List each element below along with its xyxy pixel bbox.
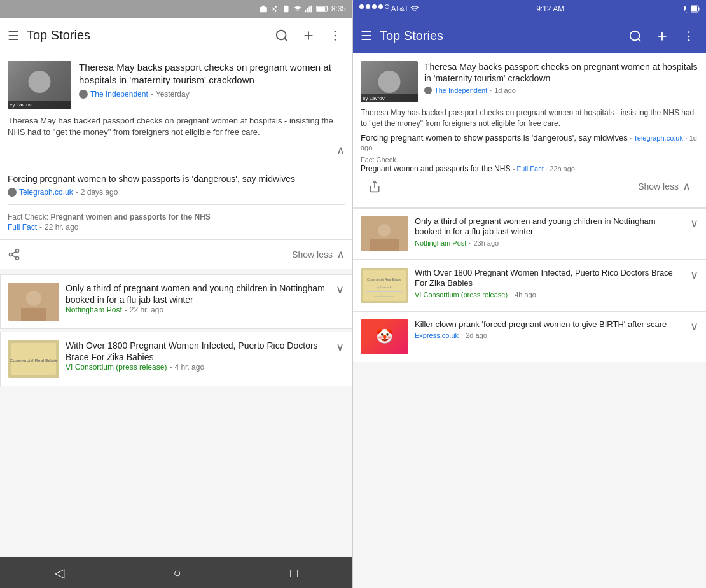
show-less-right-area[interactable]: Show less ∧ — [638, 179, 691, 193]
search-icon[interactable] — [272, 25, 291, 46]
chevron-down-icon-2: ∨ — [336, 340, 344, 354]
svg-point-22 — [26, 291, 41, 306]
source-time-value-rel1: 2 days ago — [81, 188, 118, 197]
article-snippet-left: Theresa May has backed passport checks o… — [8, 115, 345, 138]
status-bar-left: 8:35 — [0, 0, 352, 18]
svg-text:by Thomas P.: by Thomas P. — [377, 286, 392, 289]
fact-source-name: Full Fact — [8, 223, 37, 232]
more-options-icon[interactable] — [326, 25, 345, 46]
svg-point-9 — [277, 31, 286, 40]
news-expand-3-right[interactable]: ∨ — [690, 319, 698, 333]
news-expand-1-right[interactable]: ∨ — [690, 216, 698, 230]
source-icon-left — [79, 90, 88, 99]
news-item-2-left: Commercial Real Estate With Over 1800 Pr… — [1, 332, 352, 386]
svg-rect-0 — [260, 7, 267, 12]
show-less-bar-right: Show less ∧ — [361, 173, 698, 200]
news-card-2-left[interactable]: Commercial Real Estate With Over 1800 Pr… — [0, 332, 352, 386]
svg-point-35 — [688, 35, 690, 37]
related-article-2-left[interactable]: Fact Check: Pregnant women and passports… — [0, 205, 352, 239]
main-article-body-right: ey Lavrov Theresa May backs passport che… — [353, 53, 706, 207]
status-bar-right: AT&T 9:12 AM — [353, 0, 706, 18]
add-icon-right[interactable] — [653, 25, 672, 46]
add-icon[interactable] — [299, 25, 318, 46]
related-source-1-left: Telegraph.co.uk - 2 days ago — [8, 188, 345, 197]
svg-text:Commercial Real Estate: Commercial Real Estate — [367, 277, 401, 281]
news-expand-1[interactable]: ∨ — [336, 283, 344, 297]
content-right: ey Lavrov Theresa May backs passport che… — [353, 53, 706, 588]
article-expand-left[interactable]: ∧ — [8, 143, 345, 157]
news-thumb-2-right: Commercial Real Estate by Thomas P. www.… — [361, 268, 408, 303]
svg-point-18 — [16, 256, 19, 260]
signal-dot-3 — [372, 4, 377, 9]
related-right-1[interactable]: Forcing pregnant women to show passports… — [361, 133, 698, 152]
hamburger-menu-icon[interactable]: ☰ — [8, 28, 19, 43]
carrier-name: AT&T — [391, 4, 408, 13]
svg-rect-4 — [308, 7, 310, 13]
hamburger-menu-icon-right[interactable]: ☰ — [361, 28, 372, 43]
more-options-icon-right[interactable] — [679, 25, 698, 46]
back-button[interactable]: ◁ — [55, 565, 64, 580]
thumb-caption-left: ey Lavrov — [8, 101, 71, 109]
article-title-right[interactable]: Theresa May backs passport checks on pre… — [424, 61, 698, 84]
home-button[interactable]: ○ — [173, 566, 181, 580]
news-expand-2[interactable]: ∨ — [336, 340, 344, 354]
news-item-3-right[interactable]: Killer clown prank 'forced pregnant wome… — [353, 311, 706, 362]
signal-dot-4 — [378, 4, 383, 9]
svg-rect-29 — [691, 6, 697, 11]
show-less-right[interactable]: Show less ∧ — [292, 248, 345, 262]
collapse-arrow-icon[interactable]: ∧ — [336, 143, 345, 157]
left-phone: 8:35 ☰ Top Stories — [0, 0, 353, 588]
battery-icon — [316, 5, 329, 13]
news-card-1-left[interactable]: Only a third of pregnant women and young… — [0, 274, 352, 329]
svg-rect-5 — [310, 6, 312, 13]
news-source-2-left: VI Consortium (press release) - 4 hr. ag… — [66, 363, 329, 372]
news-content-2-right: With Over 1800 Pregnant Women Infected, … — [415, 268, 684, 299]
svg-rect-7 — [327, 8, 328, 10]
vibrate-icon — [282, 4, 291, 13]
share-icon-right[interactable] — [368, 180, 381, 193]
news-item-1-right[interactable]: Only a third of pregnant women and young… — [353, 208, 706, 259]
briefcase-icon — [259, 4, 268, 13]
status-icons-left: 8:35 — [259, 4, 346, 13]
news-thumb-3-right — [361, 319, 408, 354]
signal-dot-2 — [366, 4, 370, 9]
thumb-caption-right: ey Lavrov — [361, 94, 418, 102]
top-bar-left: ☰ Top Stories — [0, 18, 352, 53]
news-item-2-right[interactable]: Commercial Real Estate by Thomas P. www.… — [353, 260, 706, 311]
content-left: ey Lavrov Theresa May backs passport che… — [0, 53, 352, 557]
main-article-card-right: ey Lavrov Theresa May backs passport che… — [353, 53, 706, 362]
news-meta-1-left: Only a third of pregnant women and young… — [66, 283, 329, 314]
fact-check-title-left: Pregnant women and passports for the NHS — [50, 213, 210, 221]
article-title-left[interactable]: Theresa May backs passport checks on pre… — [79, 61, 345, 86]
news-source-3-right: Express.co.uk · 2d ago — [415, 332, 684, 339]
news-content-1-right: Only a third of pregnant women and young… — [415, 216, 684, 248]
news-source-2-right: VI Consortium (press release) · 4h ago — [415, 291, 684, 298]
recents-button[interactable]: □ — [290, 566, 298, 580]
svg-line-19 — [12, 255, 16, 257]
time-display-right: 9:12 AM — [536, 4, 564, 13]
main-article-body-left: ey Lavrov Theresa May backs passport che… — [0, 53, 352, 165]
svg-rect-28 — [698, 8, 700, 11]
article-snippet-right: Theresa May has backed passport checks o… — [361, 108, 698, 129]
status-right-icons-right — [681, 5, 700, 13]
search-icon-right[interactable] — [626, 25, 645, 46]
source-time-value-left: Yesterday — [156, 90, 190, 99]
main-article-top-left: ey Lavrov Theresa May backs passport che… — [8, 61, 345, 109]
source-time-left: - — [151, 90, 153, 99]
news-expand-2-right[interactable]: ∨ — [690, 268, 698, 282]
signal-icon — [305, 4, 314, 13]
fact-check-right[interactable]: Fact Check Pregnant women and passports … — [361, 156, 698, 173]
show-less-text-right: Show less — [638, 181, 679, 192]
fact-check-label-right: Fact Check — [361, 156, 698, 164]
fact-time: 22 hr. ago — [45, 223, 78, 232]
fact-check-label-left: Fact Check: Pregnant women and passports… — [8, 213, 345, 221]
source-name-left[interactable]: The Independent — [90, 90, 148, 99]
related-article-1-left[interactable]: Forcing pregnant women to show passports… — [0, 165, 352, 204]
share-icon-left[interactable] — [8, 248, 20, 261]
main-article-card-left: ey Lavrov Theresa May backs passport che… — [0, 53, 352, 269]
article-thumbnail-right: ey Lavrov — [361, 61, 418, 102]
news-source-1-right: Nottingham Post · 23h ago — [415, 239, 684, 247]
svg-point-39 — [378, 224, 391, 237]
news-title-2-right: With Over 1800 Pregnant Women Infected, … — [415, 268, 684, 290]
news-content-3-right: Killer clown prank 'forced pregnant wome… — [415, 319, 684, 340]
